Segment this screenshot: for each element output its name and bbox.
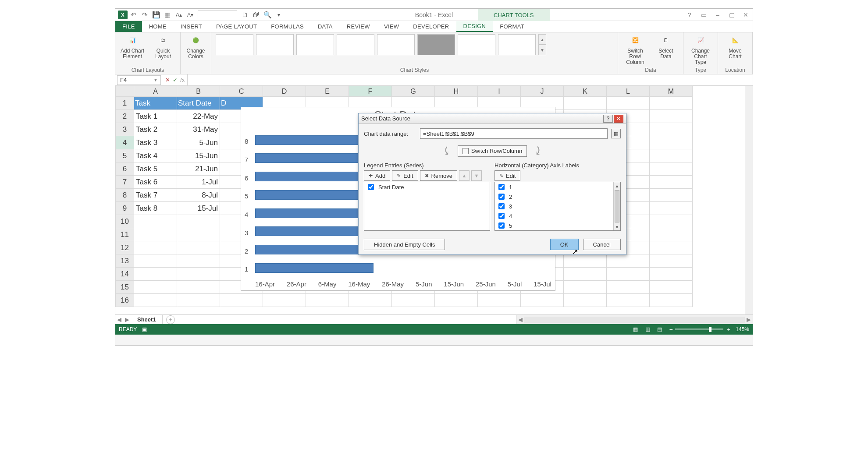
ribbon-tab-data[interactable]: DATA bbox=[311, 21, 340, 32]
row-header-2[interactable]: 2 bbox=[116, 110, 134, 123]
column-header-D[interactable]: D bbox=[263, 86, 306, 97]
cell-A14[interactable] bbox=[134, 268, 177, 281]
qat-btn-2[interactable]: 🗋 bbox=[239, 10, 250, 20]
category-item[interactable]: 5 bbox=[495, 221, 620, 230]
ribbon-tab-formulas[interactable]: FORMULAS bbox=[264, 21, 311, 32]
view-page-layout-button[interactable]: ▥ bbox=[643, 325, 652, 333]
dialog-title-bar[interactable]: Select Data Source ? ✕ bbox=[359, 113, 626, 124]
name-box[interactable]: F4▼ bbox=[117, 75, 161, 85]
category-checkbox[interactable] bbox=[498, 213, 505, 219]
series-move-down-button[interactable]: ▼ bbox=[471, 170, 482, 181]
ribbon-tab-developer[interactable]: DEVELOPER bbox=[406, 21, 456, 32]
dialog-close-button[interactable]: ✕ bbox=[614, 115, 623, 123]
vertical-scrollbar[interactable] bbox=[745, 86, 753, 314]
switch-row-col-ribbon-button[interactable]: 🔀Switch Row/ Column bbox=[623, 34, 648, 66]
cell-L13[interactable] bbox=[607, 254, 650, 268]
cell-B7[interactable]: 1-Jul bbox=[177, 176, 220, 189]
column-header-J[interactable]: J bbox=[521, 86, 564, 97]
ok-button[interactable]: OK bbox=[550, 239, 579, 250]
cell-B16[interactable] bbox=[177, 294, 220, 307]
cell-E16[interactable] bbox=[306, 294, 349, 307]
row-header-3[interactable]: 3 bbox=[116, 123, 134, 136]
cell-G16[interactable] bbox=[392, 294, 435, 307]
cell-M10[interactable] bbox=[650, 215, 693, 228]
categories-edit-button[interactable]: ✎Edit bbox=[494, 170, 520, 181]
hidden-empty-cells-button[interactable]: Hidden and Empty Cells bbox=[364, 239, 445, 250]
row-header-6[interactable]: 6 bbox=[116, 162, 134, 176]
cell-A13[interactable] bbox=[134, 254, 177, 268]
cell-A9[interactable]: Task 8 bbox=[134, 202, 177, 215]
cell-A3[interactable]: Task 2 bbox=[134, 123, 177, 136]
column-header-C[interactable]: C bbox=[220, 86, 263, 97]
minimize-button[interactable]: – bbox=[713, 11, 722, 18]
row-header-16[interactable]: 16 bbox=[116, 294, 134, 307]
maximize-button[interactable]: ▢ bbox=[727, 11, 736, 18]
qat-btn-4[interactable]: 🔍 bbox=[262, 10, 273, 20]
cell-L14[interactable] bbox=[607, 268, 650, 281]
series-listbox[interactable]: Start Date bbox=[364, 182, 490, 231]
row-header-15[interactable]: 15 bbox=[116, 281, 134, 294]
column-header-G[interactable]: G bbox=[392, 86, 435, 97]
row-header-14[interactable]: 14 bbox=[116, 268, 134, 281]
ribbon-options-button[interactable]: ▭ bbox=[699, 11, 708, 18]
cell-F16[interactable] bbox=[349, 294, 392, 307]
cell-K16[interactable] bbox=[564, 294, 607, 307]
cell-M15[interactable] bbox=[650, 281, 693, 294]
categories-listbox[interactable]: 12345 ▲▼ bbox=[494, 182, 621, 231]
cell-K14[interactable] bbox=[564, 268, 607, 281]
fx-icon[interactable]: fx bbox=[180, 77, 185, 83]
add-chart-element-button[interactable]: 📊Add Chart Element bbox=[120, 34, 145, 60]
cell-B3[interactable]: 31-May bbox=[177, 123, 220, 136]
cell-A4[interactable]: Task 3 bbox=[134, 136, 177, 149]
cell-M12[interactable] bbox=[650, 241, 693, 254]
sheet-tab-active[interactable]: Sheet1 bbox=[131, 315, 163, 324]
cell-A16[interactable] bbox=[134, 294, 177, 307]
cell-M4[interactable] bbox=[650, 136, 693, 149]
cell-B2[interactable]: 22-May bbox=[177, 110, 220, 123]
cell-B5[interactable]: 15-Jun bbox=[177, 149, 220, 162]
row-header-5[interactable]: 5 bbox=[116, 149, 134, 162]
view-normal-button[interactable]: ▦ bbox=[631, 325, 640, 333]
help-button[interactable]: ? bbox=[685, 11, 694, 18]
ribbon-tab-home[interactable]: HOME bbox=[142, 21, 174, 32]
cell-A2[interactable]: Task 1 bbox=[134, 110, 177, 123]
cell-A6[interactable]: Task 5 bbox=[134, 162, 177, 176]
listbox-scrollbar[interactable]: ▲▼ bbox=[613, 182, 620, 230]
zoom-in-button[interactable]: ＋ bbox=[726, 326, 731, 333]
quick-layout-button[interactable]: 🗂Quick Layout bbox=[150, 34, 176, 60]
ribbon-tab-format[interactable]: FORMAT bbox=[493, 21, 531, 32]
chart-bar-1[interactable] bbox=[255, 263, 374, 273]
change-chart-type-button[interactable]: 📈Change Chart Type bbox=[688, 34, 713, 66]
font-shrink-button[interactable]: A▾ bbox=[185, 10, 196, 20]
series-item[interactable]: Start Date bbox=[364, 182, 490, 192]
cell-M1[interactable] bbox=[650, 97, 693, 110]
cell-M5[interactable] bbox=[650, 149, 693, 162]
column-header-K[interactable]: K bbox=[564, 86, 607, 97]
chart-data-range-input[interactable]: =Sheet1!$B$1:$B$9 bbox=[420, 128, 608, 139]
cell-A15[interactable] bbox=[134, 281, 177, 294]
category-checkbox[interactable] bbox=[498, 194, 505, 200]
qat-fontsize-input[interactable] bbox=[198, 11, 237, 19]
ribbon-tab-review[interactable]: REVIEW bbox=[340, 21, 377, 32]
series-checkbox[interactable] bbox=[368, 184, 374, 190]
cell-K15[interactable] bbox=[564, 281, 607, 294]
cell-M6[interactable] bbox=[650, 162, 693, 176]
cancel-button[interactable]: Cancel bbox=[583, 239, 621, 250]
range-picker-button[interactable]: ▦ bbox=[611, 129, 621, 138]
cell-B15[interactable] bbox=[177, 281, 220, 294]
ribbon-tab-design[interactable]: DESIGN bbox=[456, 21, 493, 32]
cell-C16[interactable] bbox=[220, 294, 263, 307]
column-header-E[interactable]: E bbox=[306, 86, 349, 97]
cell-B4[interactable]: 5-Jun bbox=[177, 136, 220, 149]
category-checkbox[interactable] bbox=[498, 222, 505, 229]
cell-M7[interactable] bbox=[650, 176, 693, 189]
dialog-help-button[interactable]: ? bbox=[603, 115, 613, 123]
zoom-out-button[interactable]: – bbox=[670, 326, 673, 332]
ribbon-tab-file[interactable]: FILE bbox=[115, 21, 142, 32]
change-colors-button[interactable]: 🟢Change Colors bbox=[185, 34, 206, 60]
chart-styles-gallery[interactable]: ▲▼ bbox=[216, 34, 546, 55]
cell-A10[interactable] bbox=[134, 215, 177, 228]
save-button[interactable]: 💾 bbox=[150, 10, 162, 20]
cell-B12[interactable] bbox=[177, 241, 220, 254]
ribbon-tab-view[interactable]: VIEW bbox=[377, 21, 406, 32]
